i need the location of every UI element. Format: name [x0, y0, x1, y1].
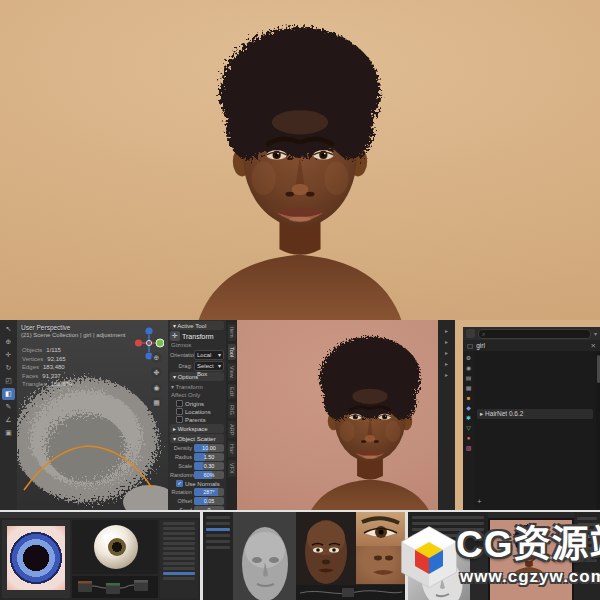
object-tab-icon[interactable]: ■: [467, 395, 471, 402]
tab-arp[interactable]: ARP: [228, 421, 236, 438]
checkbox-icon[interactable]: [176, 408, 183, 415]
render-tab-icon[interactable]: ◉: [466, 365, 471, 372]
camera-view-icon[interactable]: ◉: [151, 382, 162, 393]
measure-tool-icon[interactable]: ∠: [2, 414, 15, 426]
material-tab-icon[interactable]: ●: [467, 435, 471, 442]
scrollbar-track: [596, 351, 600, 510]
grid-toggle-icon[interactable]: ▦: [151, 397, 162, 408]
thumb1-header: [0, 512, 200, 518]
viewport-header-perspective: User Perspective: [21, 324, 71, 332]
viewport-nav-gadgets: ⊕ ✥ ◉ ▦: [151, 352, 162, 412]
add-icon[interactable]: +: [477, 497, 482, 506]
thumb2-node-strip: [296, 585, 405, 600]
close-icon[interactable]: ✕: [591, 342, 596, 350]
rotate-tool-icon[interactable]: ↻: [2, 362, 15, 374]
rotation-slider-row[interactable]: Rotation 287°: [168, 488, 226, 496]
particles-tab-icon[interactable]: ✱: [466, 415, 471, 422]
sidebar-tab-strip: Item Tool View Edit RIG ARP Hair VFX: [226, 320, 237, 514]
annotate-tool-icon[interactable]: ✎: [2, 401, 15, 413]
properties-content: ▸ HairNet 0.6.2 +: [474, 351, 596, 510]
offset-slider-row[interactable]: Offset 0.05: [168, 497, 226, 505]
checkbox-icon[interactable]: [176, 400, 183, 407]
properties-header: ⌕ ▾: [463, 327, 600, 340]
modifier-tab-icon[interactable]: ◆: [466, 405, 471, 412]
collection-item-girl[interactable]: ▢ girl ✕: [463, 340, 600, 351]
output-tab-icon[interactable]: ▤: [466, 375, 472, 382]
add-primitive-tool-icon[interactable]: ▣: [2, 427, 15, 439]
blender-screenshot-main: ↖ ⊕ ✛ ↻ ◰ ◧ ✎ ∠ ▣ User Perspective (21) …: [0, 320, 600, 510]
node-editor-strip: [72, 576, 158, 598]
stat-row: Triangles182,674: [22, 380, 72, 389]
radius-slider-row[interactable]: Radius 1.50: [168, 453, 226, 461]
tab-view[interactable]: View: [228, 363, 236, 381]
watermark-logo: CG资源站 www.cgzyw.com: [398, 524, 600, 596]
search-icon: ⌕: [482, 331, 485, 337]
checkbox-label: Parents: [185, 417, 206, 423]
tab-vfx[interactable]: VFX: [228, 460, 236, 477]
properties-tab-column: ⚙ ◉ ▤ ▦ ■ ◆ ✱ ▽ ● ▨: [463, 351, 474, 514]
thumb2-outliner: [203, 512, 233, 600]
checkbox-label: Use Normals: [185, 481, 220, 487]
stat-row: Faces91,337: [22, 372, 72, 381]
viewport-3d[interactable]: ↖ ⊕ ✛ ↻ ◰ ◧ ✎ ∠ ▣ User Perspective (21) …: [0, 320, 168, 510]
scale-tool-icon[interactable]: ◰: [2, 375, 15, 387]
affect-only-label: Affect Only: [168, 391, 226, 399]
woman-bust-render: [150, 14, 450, 322]
tab-rig[interactable]: RIG: [228, 402, 236, 418]
iris-texture-image: [7, 526, 65, 590]
thumb-eye-textures[interactable]: [0, 512, 200, 600]
select-tool-icon[interactable]: ↖: [2, 323, 15, 335]
mesh-icon: ▢: [467, 342, 473, 350]
options-header[interactable]: ▾ Options: [170, 372, 224, 381]
move-tool-icon[interactable]: ✛: [2, 349, 15, 361]
scale-slider-row[interactable]: Scale 0.30: [168, 462, 226, 470]
data-tab-icon[interactable]: ▽: [466, 425, 471, 432]
stat-row: Vertices92,165: [22, 355, 72, 364]
origins-checkbox-row[interactable]: Origins: [168, 400, 226, 407]
randomness-slider-row[interactable]: Randomness 60%: [168, 471, 226, 479]
hero-render: [0, 0, 600, 322]
clay-head-model: [233, 512, 296, 600]
orientation-dropdown[interactable]: Local▾: [194, 350, 224, 360]
active-tool-panel: ▾ Active Tool ✛ Transform Gizmos Orienta…: [168, 320, 226, 510]
texture-tab-icon[interactable]: ▨: [466, 445, 472, 452]
drag-dropdown[interactable]: Select Box▾: [194, 361, 224, 371]
transform-tool-icon[interactable]: ◧: [2, 388, 15, 400]
textured-head-viewport: [296, 512, 356, 585]
cursor-tool-icon[interactable]: ⊕: [2, 336, 15, 348]
outliner-sliver: ▸▸▸▸▸: [438, 320, 455, 510]
tool-tab-icon[interactable]: ⚙: [466, 355, 471, 362]
transform-sub-header[interactable]: ▾ Transform: [168, 382, 226, 391]
transform-tool-icon: ✛: [170, 331, 180, 341]
filter-icon[interactable]: ▾: [594, 330, 597, 337]
use-normals-checkbox-row[interactable]: ✓ Use Normals: [168, 480, 226, 487]
logo-site-url[interactable]: www.cgzyw.com: [460, 568, 600, 586]
search-input[interactable]: ⌕: [478, 329, 591, 339]
zoom-icon[interactable]: ⊕: [151, 352, 162, 363]
checkbox-icon[interactable]: [176, 416, 183, 423]
checkbox-checked-icon[interactable]: ✓: [176, 480, 183, 487]
woman-bust-preview: [282, 328, 438, 510]
node-wires: [72, 576, 158, 598]
eyeball-viewport: [72, 520, 158, 574]
tab-hair[interactable]: Hair: [228, 441, 236, 457]
object-scatter-header[interactable]: ▾ Object Scatter: [170, 434, 224, 443]
workspace-header[interactable]: ▸ Workspace: [170, 424, 224, 433]
hairnet-addon-header[interactable]: ▸ HairNet 0.6.2: [477, 409, 593, 419]
parents-checkbox-row[interactable]: Parents: [168, 416, 226, 423]
viewlayer-tab-icon[interactable]: ▦: [466, 385, 472, 392]
editor-type-icon[interactable]: [466, 329, 475, 338]
scrollbar-thumb[interactable]: [597, 355, 600, 383]
tab-tool[interactable]: Tool: [228, 344, 236, 360]
pan-icon[interactable]: ✥: [151, 367, 162, 378]
viewport-statistics: Objects1/115 Vertices92,165 Edges183,480…: [22, 346, 72, 389]
active-tool-header[interactable]: ▾ Active Tool: [170, 321, 224, 330]
chevron-down-icon: ▾: [218, 362, 221, 370]
eyeball-render: [94, 525, 138, 569]
locations-checkbox-row[interactable]: Locations: [168, 408, 226, 415]
promo-composite: ↖ ⊕ ✛ ↻ ◰ ◧ ✎ ∠ ▣ User Perspective (21) …: [0, 0, 600, 600]
tab-edit[interactable]: Edit: [228, 384, 236, 399]
thumb-head-sculpt[interactable]: [203, 512, 405, 600]
density-slider-row[interactable]: Density 10.00: [168, 444, 226, 452]
tab-item[interactable]: Item: [228, 324, 236, 341]
